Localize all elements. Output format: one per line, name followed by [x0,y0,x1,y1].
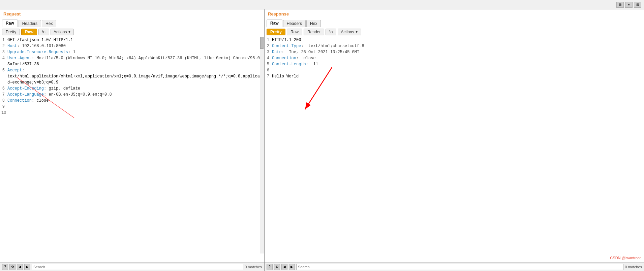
request-linecontent-2: Host: 192.168.0.101:8080 [7,43,264,49]
request-linenum-5: 5 [0,67,7,73]
response-linenum-4: 4 [265,55,272,61]
toolbar-icons: ⊞ ≡ ⊟ [616,2,641,8]
response-subtab-bar: Pretty Raw Render \n Actions ▼ [265,27,644,37]
request-forward-icon[interactable]: ▶ [24,264,30,270]
panels-row: Request Raw Headers Hex Pretty Raw \n Ac… [0,9,644,271]
expand-icon[interactable]: ⊟ [634,2,641,8]
tab-hex-request[interactable]: Hex [42,20,56,27]
request-content[interactable]: 1 GET /fastjson-1.0/ HTTP/1.1 2 Host: 19… [0,37,264,262]
actions-arrow-request: ▼ [68,30,71,34]
response-linecontent-4: Connection: close [272,55,644,61]
response-title: Response [265,9,644,19]
subtab-raw-response[interactable]: Raw [287,29,302,35]
request-line-6: 6 Accept-Encoding: gzip, deflate [0,86,264,92]
request-linenum-1: 1 [0,37,7,43]
actions-button-response[interactable]: Actions ▼ [338,29,361,35]
response-help-icon[interactable]: ? [267,264,273,270]
request-linecontent-8: Connection: close [7,98,264,104]
tab-headers-request[interactable]: Headers [19,20,41,27]
request-linecontent-5b: text/html,application/xhtml+xml,applicat… [7,73,264,79]
request-line-3: 3 Upgrade-Insecure-Requests: 1 [0,49,264,55]
response-line-1: 1 HTTP/1.1 200 [265,37,644,43]
request-linecontent-4: User-Agent: Mozilla/5.0 (Windows NT 10.0… [7,55,264,61]
request-line-2: 2 Host: 192.168.0.101:8080 [0,43,264,49]
request-linecontent-9 [7,104,264,110]
tab-raw-request[interactable]: Raw [2,20,18,27]
response-linenum-3: 3 [265,49,272,55]
request-linenum-4: 4 [0,55,7,61]
request-linenum-7: 7 [0,92,7,98]
request-tab-bar: Raw Headers Hex [0,19,264,27]
response-line-5: 5 Content-Length: 11 [265,61,644,67]
actions-label-request: Actions [54,30,67,34]
request-panel: Request Raw Headers Hex Pretty Raw \n Ac… [0,9,265,271]
response-line-4: 4 Connection: close [265,55,644,61]
actions-button-request[interactable]: Actions ▼ [51,29,74,35]
request-subtab-bar: Pretty Raw \n Actions ▼ [0,27,264,37]
request-linenum-8: 8 [0,98,7,104]
request-linecontent-7: Accept-Language: en-GB,en-US;q=0.9,en;q=… [7,92,264,98]
request-linenum-6: 6 [0,86,7,92]
request-linenum-5c [0,79,7,86]
subtab-raw-request[interactable]: Raw [21,29,37,35]
request-line-1: 1 GET /fastjson-1.0/ HTTP/1.1 [0,37,264,43]
request-scrollbar[interactable] [260,37,264,253]
actions-label-response: Actions [341,30,354,34]
request-line-5: 5 Accept: [0,67,264,73]
request-line-9: 9 [0,104,264,110]
request-line-10: 10 [0,110,264,116]
subtab-render-response[interactable]: Render [304,29,324,35]
response-panel: Response Raw Headers Hex Pretty Raw Rend… [265,9,644,271]
request-linenum-4b [0,61,7,67]
request-scrollbar-thumb[interactable] [260,37,264,49]
tab-hex-response[interactable]: Hex [306,20,321,27]
response-linenum-7: 7 [265,73,272,79]
request-help-icon[interactable]: ? [2,264,8,270]
request-bottom-bar: ? ⚙ ◀ ▶ 0 matches [0,262,264,271]
response-linecontent-2: Content-Type: text/html;charset=utf-8 [272,43,644,49]
response-search-input[interactable] [296,264,623,270]
request-linenum-2: 2 [0,43,7,49]
response-linecontent-3: Date: Tue, 26 Oct 2021 13:25:45 GMT [272,49,644,55]
request-linecontent-3: Upgrade-Insecure-Requests: 1 [7,49,264,55]
request-line-4b: Safari/537.36 [0,61,264,67]
tab-raw-response[interactable]: Raw [267,20,282,27]
response-forward-icon[interactable]: ▶ [289,264,295,270]
response-bottom-bar: ? ⚙ ◀ ▶ 0 matches [265,262,644,271]
request-title: Request [0,9,264,19]
response-linecontent-6 [272,67,644,73]
request-search-input[interactable] [32,264,243,270]
response-linenum-6: 6 [265,67,272,73]
grid-icon[interactable]: ⊞ [616,2,624,8]
response-linenum-1: 1 [265,37,272,43]
request-linecontent-5c: d-exchange;v=b3;q=0.9 [7,79,264,86]
top-toolbar: ⊞ ≡ ⊟ [0,0,644,9]
subtab-newline-request[interactable]: \n [38,29,49,35]
request-linenum-10: 10 [0,110,9,116]
response-back-icon[interactable]: ◀ [281,264,287,270]
subtab-newline-response[interactable]: \n [326,29,336,35]
subtab-pretty-request[interactable]: Pretty [2,29,20,35]
tab-headers-response[interactable]: Headers [283,20,306,27]
watermark: CSDN @Iwantroot [610,255,641,261]
request-line-5c: d-exchange;v=b3;q=0.9 [0,79,264,86]
request-linecontent-4b: Safari/537.36 [7,61,264,67]
request-line-5b: text/html,application/xhtml+xml,applicat… [0,73,264,79]
response-line-3: 3 Date: Tue, 26 Oct 2021 13:25:45 GMT [265,49,644,55]
list-icon[interactable]: ≡ [625,2,633,8]
request-settings-icon[interactable]: ⚙ [9,264,16,270]
request-linecontent-10 [9,110,264,116]
request-linenum-9: 9 [0,104,7,110]
request-linecontent-1: GET /fastjson-1.0/ HTTP/1.1 [7,37,264,43]
subtab-pretty-response[interactable]: Pretty [267,29,285,35]
request-back-icon[interactable]: ◀ [17,264,23,270]
request-line-7: 7 Accept-Language: en-GB,en-US;q=0.9,en;… [0,92,264,98]
response-line-7: 7 Hello World [265,73,644,79]
response-settings-icon[interactable]: ⚙ [274,264,280,270]
request-linenum-3: 3 [0,49,7,55]
actions-arrow-response: ▼ [355,30,358,34]
request-linenum-5b [0,73,7,79]
response-linecontent-7: Hello World [272,73,644,79]
request-linecontent-6: Accept-Encoding: gzip, deflate [7,86,264,92]
response-content[interactable]: 1 HTTP/1.1 200 2 Content-Type: text/html… [265,37,644,262]
